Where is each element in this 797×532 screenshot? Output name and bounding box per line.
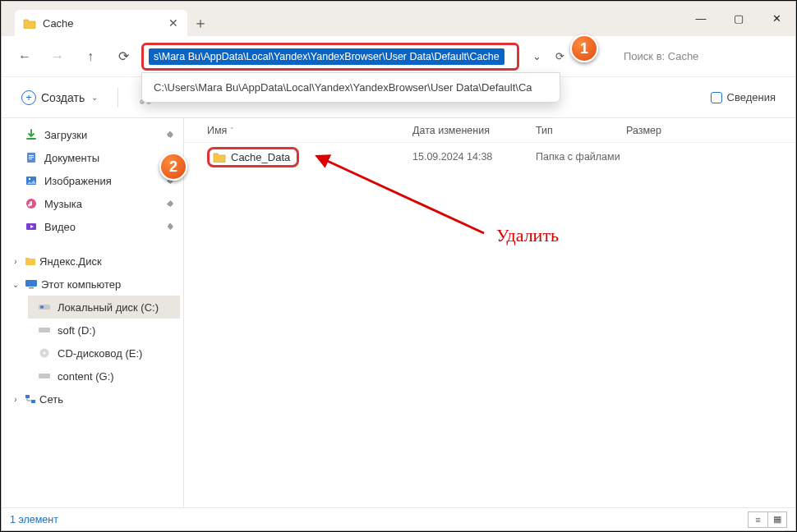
sidebar-item-pictures[interactable]: Изображения [5,169,180,192]
svg-rect-16 [39,328,50,332]
tab-title: Cache [43,17,74,30]
new-tab-button[interactable]: ＋ [187,10,214,36]
maximize-button[interactable]: ▢ [720,2,758,34]
svg-rect-12 [25,280,37,287]
view-buttons: ≡ ▦ [748,511,787,528]
svg-point-9 [29,178,30,180]
svg-point-18 [44,352,46,355]
svg-rect-15 [40,306,44,309]
details-button[interactable]: Сведения [704,88,782,107]
chevron-down-icon: ⌄ [91,93,98,102]
folder-icon [23,17,36,29]
sidebar-item-label: Яндекс.Диск [39,255,102,268]
sort-icon: ˄ [230,126,234,135]
forward-button[interactable]: → [43,42,72,71]
sidebar-item-drive-c[interactable]: Локальный диск (C:) [28,296,180,319]
svg-rect-6 [29,157,34,158]
video-icon [25,220,38,233]
col-size[interactable]: Размер [626,125,692,136]
tab-cache[interactable]: Cache ✕ [15,10,187,36]
svg-rect-19 [39,374,50,378]
file-type: Папка с файлами [536,151,651,163]
tab-close-icon[interactable]: ✕ [168,17,179,29]
view-details-button[interactable]: ≡ [748,511,767,528]
doc-icon [25,151,38,164]
address-text[interactable]: s\Mara Bu\AppData\Local\Yandex\YandexBro… [149,48,504,65]
annotation-delete-label: Удалить [496,225,559,246]
drive-icon [38,300,51,314]
sidebar-item-label: CD-дисковод (E:) [58,347,142,360]
sidebar-item-label: Музыка [44,198,82,210]
download-icon [25,128,38,141]
svg-rect-7 [29,158,32,159]
navigation-bar: ← → ↑ ⟳ s\Mara Bu\AppData\Local\Yandex\Y… [2,36,795,77]
create-button[interactable]: + Создать ⌄ [15,87,104,108]
network-icon [25,394,36,404]
callout-1: 1 [570,34,598,62]
status-bar: 1 элемент ≡ ▦ [2,507,795,530]
sidebar-item-music[interactable]: Музыка [5,192,180,215]
col-name[interactable]: Имя [207,125,227,136]
address-dropdown-button[interactable]: ⌄ [526,46,547,67]
plus-icon: + [21,90,36,105]
chevron-down-icon: ⌄ [10,280,21,289]
close-button[interactable]: ✕ [758,2,795,34]
sidebar-item-drive-d[interactable]: soft (D:) [28,319,180,342]
address-suggestion[interactable]: C:\Users\Mara Bu\AppData\Local\Yandex\Ya… [141,72,560,103]
view-icons-button[interactable]: ▦ [767,511,787,528]
sidebar-item-label: Этот компьютер [41,278,121,291]
svg-line-22 [324,159,484,233]
separator [117,88,118,108]
column-headers[interactable]: Имя ˄ Дата изменения Тип Размер [184,118,795,143]
drive-icon [38,323,51,337]
sidebar-item-label: soft (D:) [58,324,95,337]
status-count: 1 элемент [10,514,58,525]
sidebar-item-label: Сеть [39,393,63,406]
sidebar-item-label: content (G:) [58,370,114,383]
sidebar-item-drive-g[interactable]: content (G:) [28,365,180,388]
sidebar-item-label: Локальный диск (C:) [58,301,159,314]
back-button[interactable]: ← [10,42,39,71]
svg-rect-13 [29,287,34,289]
svg-rect-5 [29,155,34,156]
details-label: Сведения [727,91,776,103]
minimize-button[interactable]: — [682,2,720,34]
sidebar-item-yandex-disk[interactable]: › Яндекс.Диск [5,250,180,273]
sidebar-drives: Локальный диск (C:) soft (D:) CD-дисково… [5,296,180,388]
search-input[interactable]: Поиск в: Cache [615,43,787,71]
picture-icon [25,174,38,187]
address-wrap: s\Mara Bu\AppData\Local\Yandex\YandexBro… [141,43,593,71]
sidebar-item-label: Документы [44,152,99,164]
cd-icon [38,346,51,360]
col-type[interactable]: Тип [536,125,626,136]
create-label: Создать [41,91,85,104]
titlebar: Cache ✕ ＋ — ▢ ✕ [2,2,795,36]
file-pane: Имя ˄ Дата изменения Тип Размер Cache_Da… [184,118,795,507]
sidebar-item-documents[interactable]: Документы [5,146,180,169]
folder-icon [25,256,36,266]
callout-2: 2 [159,153,187,181]
sidebar-item-label: Изображения [44,175,112,187]
sidebar-item-downloads[interactable]: Загрузки [5,123,180,146]
chevron-right-icon: › [10,257,21,266]
annotation-arrow [311,151,500,250]
sidebar-item-drive-e[interactable]: CD-дисковод (E:) [28,342,180,365]
sidebar-item-this-pc[interactable]: ⌄ Этот компьютер [5,273,180,296]
col-modified[interactable]: Дата изменения [412,125,536,136]
svg-rect-20 [25,395,30,398]
up-button[interactable]: ↑ [76,42,105,71]
address-bar[interactable]: s\Mara Bu\AppData\Local\Yandex\YandexBro… [141,43,519,71]
sidebar-item-label: Видео [44,221,76,233]
details-icon [711,92,722,103]
music-icon [25,197,38,210]
body: Загрузки Документы Изображения Музыка Ви… [2,118,795,507]
folder-cache-data[interactable]: Cache_Data [207,147,299,167]
sidebar-item-video[interactable]: Видео [5,215,180,238]
drive-icon [38,369,51,383]
window-controls: — ▢ ✕ [682,2,795,34]
file-name: Cache_Data [231,151,290,163]
sidebar-item-network[interactable]: › Сеть [5,388,180,410]
address-refresh-button[interactable]: ⟳ [549,46,570,67]
sidebar: Загрузки Документы Изображения Музыка Ви… [2,118,184,507]
refresh-button[interactable]: ⟳ [108,42,138,71]
